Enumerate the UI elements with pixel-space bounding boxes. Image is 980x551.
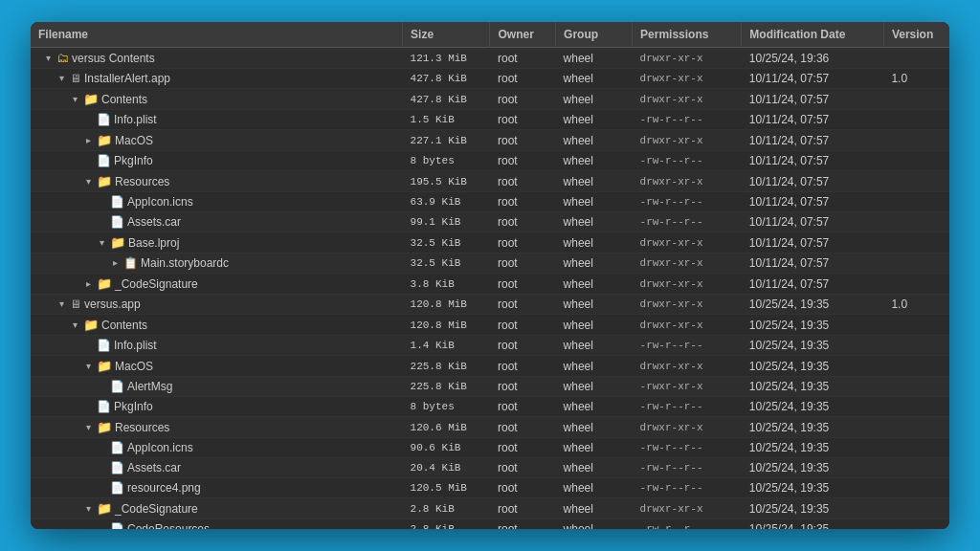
toggle-collapse[interactable]: ▸ [82, 278, 94, 290]
table-row[interactable]: 📄 AlertMsg 225.8 KiBrootwheel-rwxr-xr-x1… [31, 377, 949, 397]
folder-yellow-icon: 🗂 [56, 51, 69, 65]
table-row[interactable]: ▾ 📁 Resources 120.6 MiBrootwheeldrwxr-xr… [31, 417, 949, 438]
story-icon: 📋 [123, 256, 138, 270]
col-header-perms[interactable]: Permissions [633, 22, 742, 48]
row-owner: root [490, 417, 556, 438]
row-version [883, 171, 949, 192]
row-size: 1.4 KiB [403, 336, 490, 356]
table-row[interactable]: 📄 Assets.car 99.1 KiBrootwheel-rw-r--r--… [31, 212, 949, 232]
toggle-collapse[interactable]: ▸ [109, 257, 121, 269]
col-header-filename[interactable]: Filename [31, 22, 403, 48]
toggle-expand[interactable]: ▾ [82, 361, 94, 372]
col-header-version[interactable]: Version [883, 22, 949, 48]
col-header-owner[interactable]: Owner [490, 22, 556, 48]
row-group: wheel [556, 253, 633, 274]
table-row[interactable]: ▾ 📁 Resources 195.5 KiBrootwheeldrwxr-xr… [31, 171, 949, 192]
folder-blue-icon: 📁 [83, 92, 99, 106]
toggle-expand[interactable]: ▾ [82, 422, 94, 433]
row-group: wheel [556, 438, 633, 458]
row-filename: Assets.car [127, 461, 181, 474]
row-filename: MacOS [115, 134, 153, 147]
row-size: 427.8 KiB [403, 89, 490, 110]
row-version [883, 130, 949, 151]
row-moddate: 10/25/24, 19:35 [742, 478, 884, 498]
row-owner: root [490, 458, 556, 478]
row-group: wheel [556, 356, 633, 377]
toggle-expand[interactable]: ▾ [56, 73, 67, 84]
app-icon: 🖥 [70, 72, 81, 85]
row-owner: root [490, 377, 556, 397]
row-group: wheel [556, 171, 633, 192]
row-owner: root [490, 519, 556, 530]
row-perms: drwxr-xr-x [633, 253, 742, 274]
table-row[interactable]: 📄 AppIcon.icns 90.6 KiBrootwheel-rw-r--r… [31, 438, 949, 458]
row-owner: root [490, 48, 556, 69]
row-group: wheel [556, 478, 633, 498]
table-row[interactable]: ▸ 📋 Main.storyboardc 32.5 KiBrootwheeldr… [31, 253, 949, 274]
table-row[interactable]: ▾ 🗂 versus Contents 121.3 MiBrootwheeldr… [31, 48, 949, 69]
row-moddate: 10/25/24, 19:35 [742, 519, 884, 530]
row-size: 121.3 MiB [403, 48, 490, 69]
table-row[interactable]: 📄 Assets.car 20.4 KiBrootwheel-rw-r--r--… [31, 458, 949, 478]
toggle-expand[interactable]: ▾ [56, 298, 67, 310]
row-version [883, 417, 949, 438]
col-header-moddate[interactable]: Modification Date [742, 22, 884, 48]
table-row[interactable]: 📄 CodeResources 2.8 KiBrootwheel-rw-r--r… [31, 519, 949, 530]
row-owner: root [490, 274, 556, 295]
toggle-expand[interactable]: ▾ [96, 237, 107, 249]
row-version [883, 519, 949, 530]
table-row[interactable]: 📄 Info.plist 1.4 KiBrootwheel-rw-r--r--1… [31, 336, 949, 356]
toggle-expand[interactable]: ▾ [42, 53, 54, 64]
table-container[interactable]: Filename Size Owner Group Permissions Mo… [31, 22, 949, 529]
row-filename: InstallerAlert.app [84, 72, 170, 85]
table-row[interactable]: ▾ 📁 Base.lproj 32.5 KiBrootwheeldrwxr-xr… [31, 232, 949, 253]
table-row[interactable]: 📄 Info.plist 1.5 KiBrootwheel-rw-r--r--1… [31, 110, 949, 130]
row-moddate: 10/25/24, 19:36 [742, 48, 884, 69]
toggle-expand[interactable]: ▾ [82, 176, 94, 187]
row-owner: root [490, 130, 556, 151]
row-owner: root [490, 151, 556, 171]
table-row[interactable]: 📄 PkgInfo 8 bytesrootwheel-rw-r--r--10/1… [31, 151, 949, 171]
file-icon: 📄 [110, 522, 124, 529]
table-row[interactable]: ▾ 🖥 versus.app 120.8 MiBrootwheeldrwxr-x… [31, 295, 949, 315]
row-owner: root [490, 438, 556, 458]
row-group: wheel [556, 89, 633, 110]
toggle-collapse[interactable]: ▸ [82, 135, 94, 146]
col-header-size[interactable]: Size [403, 22, 490, 48]
table-row[interactable]: 📄 PkgInfo 8 bytesrootwheel-rw-r--r--10/2… [31, 397, 949, 417]
row-owner: root [490, 478, 556, 498]
row-filename: AppIcon.icns [127, 441, 193, 454]
row-group: wheel [556, 48, 633, 69]
row-owner: root [490, 336, 556, 356]
row-version [883, 336, 949, 356]
row-perms: -rw-r--r-- [633, 397, 742, 417]
folder-blue-icon: 📁 [110, 235, 125, 250]
row-size: 195.5 KiB [403, 171, 490, 192]
file-icon: 📄 [110, 441, 124, 454]
row-filename: resource4.png [127, 481, 201, 495]
row-version: 1.0 [883, 295, 949, 315]
toggle-expand[interactable]: ▾ [69, 94, 80, 105]
table-body: ▾ 🗂 versus Contents 121.3 MiBrootwheeldr… [31, 48, 949, 530]
col-header-group[interactable]: Group [556, 22, 633, 48]
table-row[interactable]: 📄 AppIcon.icns 63.9 KiBrootwheel-rw-r--r… [31, 192, 949, 212]
table-row[interactable]: ▾ 📁 MacOS 225.8 KiBrootwheeldrwxr-xr-x10… [31, 356, 949, 377]
row-version [883, 48, 949, 69]
table-row[interactable]: ▸ 📁 MacOS 227.1 KiBrootwheeldrwxr-xr-x10… [31, 130, 949, 151]
row-perms: drwxr-xr-x [633, 274, 742, 295]
row-group: wheel [556, 315, 633, 336]
row-size: 90.6 KiB [403, 438, 490, 458]
table-row[interactable]: ▾ 📁 Contents 120.8 MiBrootwheeldrwxr-xr-… [31, 315, 949, 336]
row-version [883, 397, 949, 417]
folder-blue-icon: 📁 [83, 318, 99, 332]
table-row[interactable]: ▸ 📁 _CodeSignature 3.8 KiBrootwheeldrwxr… [31, 274, 949, 295]
toggle-expand[interactable]: ▾ [82, 503, 94, 515]
row-size: 225.8 KiB [403, 356, 490, 377]
row-perms: drwxr-xr-x [633, 295, 742, 315]
table-row[interactable]: ▾ 🖥 InstallerAlert.app 427.8 KiBrootwhee… [31, 69, 949, 89]
toggle-expand[interactable]: ▾ [69, 320, 80, 331]
row-perms: -rw-r--r-- [633, 192, 742, 212]
table-row[interactable]: 📄 resource4.png 120.5 MiBrootwheel-rw-r-… [31, 478, 949, 498]
table-row[interactable]: ▾ 📁 _CodeSignature 2.8 KiBrootwheeldrwxr… [31, 498, 949, 519]
table-row[interactable]: ▾ 📁 Contents 427.8 KiBrootwheeldrwxr-xr-… [31, 89, 949, 110]
